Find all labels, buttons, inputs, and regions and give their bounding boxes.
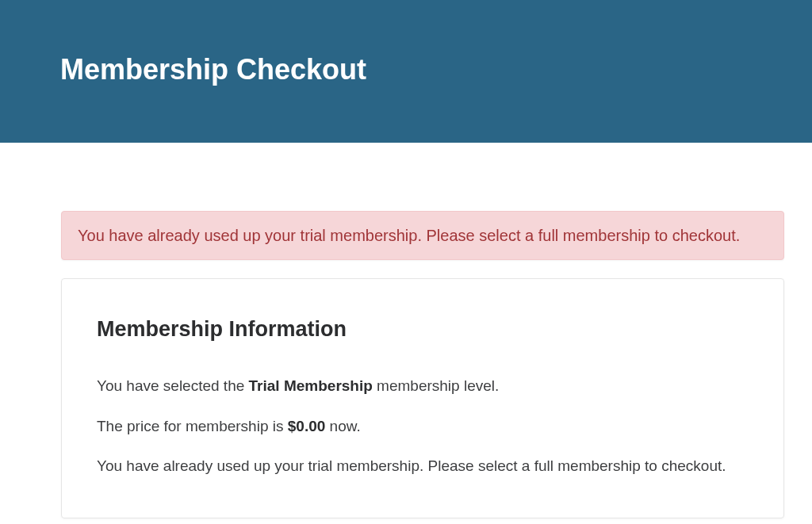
- text-prefix: You have selected the: [97, 377, 249, 394]
- membership-notice-text: You have already used up your trial memb…: [97, 455, 749, 478]
- text-prefix: The price for membership is: [97, 418, 288, 434]
- error-alert: You have already used up your trial memb…: [61, 211, 784, 260]
- text-suffix: now.: [325, 418, 360, 434]
- membership-price-text: The price for membership is $0.00 now.: [97, 415, 749, 438]
- membership-level-name: Trial Membership: [249, 377, 373, 394]
- membership-price: $0.00: [288, 418, 326, 434]
- membership-info-card: Membership Information You have selected…: [61, 278, 784, 518]
- page-header: Membership Checkout: [0, 0, 812, 143]
- text-suffix: membership level.: [373, 377, 499, 394]
- alert-message: You have already used up your trial memb…: [78, 224, 768, 247]
- membership-level-text: You have selected the Trial Membership m…: [97, 375, 749, 398]
- page-content: You have already used up your trial memb…: [0, 143, 812, 518]
- page-title: Membership Checkout: [60, 53, 366, 86]
- card-heading: Membership Information: [97, 317, 749, 342]
